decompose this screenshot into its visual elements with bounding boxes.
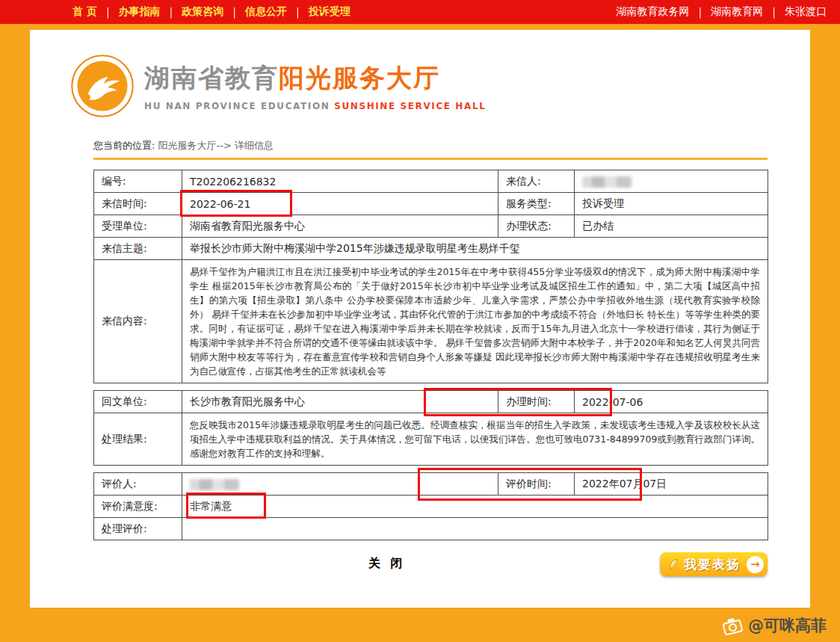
- field-number-label: 编号:: [94, 170, 182, 193]
- table-row: 评价满意度: 非常满意: [94, 496, 768, 518]
- field-reply-unit-value: 长沙市教育阳光服务中心: [182, 391, 498, 413]
- praise-button-label: 我要表扬: [684, 556, 741, 573]
- nav-separator: |: [170, 6, 173, 18]
- dove-logo-icon: [71, 55, 134, 117]
- footer-actions: 关 闭 我要表扬 →: [93, 551, 768, 578]
- breadcrumb-path[interactable]: 阳光服务大厅--> 详细信息: [158, 140, 274, 151]
- reply-table: 回文单位: 长沙市教育阳光服务中心 办理时间: 2022-07-06 处理结果:…: [93, 390, 768, 466]
- field-subject-label: 来信主题:: [94, 238, 182, 260]
- field-status-label: 办理状态:: [498, 215, 575, 238]
- table-row: 受理单位: 湖南省教育阳光服务中心 办理状态: 已办结: [94, 215, 768, 238]
- table-row: 回文单位: 长沙市教育阳光服务中心 办理时间: 2022-07-06: [94, 391, 768, 413]
- field-eval-time-value: 2022年07月07日: [575, 473, 768, 496]
- table-row: 处理评价:: [94, 518, 768, 540]
- field-comment-label: 处理评价:: [94, 518, 182, 540]
- link-zhuzhang-ferry[interactable]: 朱张渡口: [785, 5, 827, 19]
- breadcrumb: 您当前的位置: 阳光服务大厅--> 详细信息: [93, 139, 768, 160]
- top-nav-bar: 首 页 | 办事指南 | 政策咨询 | 信息公开 | 投诉受理 湖南教育政务网 …: [0, 0, 840, 24]
- site-title-gray: 湖南省教育: [144, 63, 279, 93]
- field-sender-value: [575, 170, 768, 193]
- site-subtitle-gray: HU NAN PROVINCE EDUCATION: [144, 101, 330, 111]
- field-letter-time-value: 2022-06-21: [182, 193, 498, 215]
- letter-time-text: 2022-06-21: [190, 198, 250, 210]
- nav-separator: |: [296, 6, 300, 18]
- eval-time-label-text: 评价时间:: [506, 478, 552, 490]
- field-accept-unit-value: 湖南省教育阳光服务中心: [182, 215, 498, 238]
- camera-icon: [721, 615, 745, 637]
- field-subject-value: 举报长沙市师大附中梅溪湖中学2015年涉嫌违规录取明星考生易烊千玺: [182, 238, 768, 260]
- table-row: 评价人: 评价时间: 2022年07月07日: [94, 473, 768, 496]
- field-evaluator-label: 评价人:: [94, 473, 182, 496]
- site-subtitle: HU NAN PROVINCE EDUCATION SUNSHINE SERVI…: [144, 101, 486, 111]
- nav-item-disclosure[interactable]: 信息公开: [245, 5, 287, 19]
- field-eval-time-label: 评价时间:: [498, 473, 575, 496]
- field-content-value: 易烊千玺作为户籍洪江市且在洪江接受初中毕业考试的学生2015年在中考中获得455…: [182, 260, 768, 383]
- nav-separator: |: [699, 6, 702, 18]
- nav-item-home[interactable]: 首 页: [72, 5, 97, 19]
- content-panel: 湖南省教育阳光服务大厅 HU NAN PROVINCE EDUCATION SU…: [30, 30, 810, 608]
- field-comment-value: [182, 518, 768, 540]
- handle-time-label-text: 办理时间:: [506, 395, 552, 407]
- field-handle-time-value: 2022-07-06: [575, 391, 768, 413]
- nav-item-guide[interactable]: 办事指南: [119, 5, 161, 19]
- nav-separator: |: [106, 6, 110, 18]
- watermark: @可咪高菲: [723, 615, 827, 636]
- field-sender-label: 来信人:: [498, 170, 575, 193]
- praise-button[interactable]: 我要表扬 →: [660, 552, 768, 576]
- link-hunan-edu-gov-site[interactable]: 湖南教育政务网: [617, 5, 690, 19]
- field-result-label: 处理结果:: [94, 413, 182, 466]
- evaluation-table: 评价人: 评价时间: 2022年07月07日 评价满意度: 非常满意: [93, 472, 768, 540]
- field-reply-unit-label: 回文单位:: [94, 391, 182, 413]
- field-handle-time-label: 办理时间:: [498, 391, 575, 413]
- nav-separator: |: [232, 6, 236, 18]
- field-result-value: 您反映我市2015年涉嫌违规录取明星考生的问题已收悉。经调查核实，根据当年的招生…: [182, 413, 768, 466]
- feather-icon: [667, 558, 679, 572]
- site-header: 湖南省教育阳光服务大厅 HU NAN PROVINCE EDUCATION SU…: [30, 42, 810, 130]
- field-service-type-label: 服务类型:: [498, 193, 575, 215]
- site-title: 湖南省教育阳光服务大厅: [144, 61, 486, 96]
- table-row: 来信主题: 举报长沙市师大附中梅溪湖中学2015年涉嫌违规录取明星考生易烊千玺: [94, 238, 768, 260]
- table-row: 处理结果: 您反映我市2015年涉嫌违规录取明星考生的问题已收悉。经调查核实，根…: [94, 413, 768, 466]
- field-satisfaction-value: 非常满意: [182, 496, 768, 518]
- field-service-type-value: 投诉受理: [575, 193, 768, 215]
- page-frame: 湖南省教育阳光服务大厅 HU NAN PROVINCE EDUCATION SU…: [0, 24, 840, 608]
- table-row: 来信时间: 2022-06-21 服务类型: 投诉受理: [94, 193, 768, 215]
- nav-item-policy[interactable]: 政策咨询: [182, 5, 223, 19]
- redacted-sender: [582, 176, 631, 188]
- site-titles: 湖南省教育阳光服务大厅 HU NAN PROVINCE EDUCATION SU…: [144, 61, 486, 111]
- letter-info-table: 编号: T202206216832 来信人: 来信时间: 2022-06-21 …: [93, 170, 768, 383]
- table-row: 来信内容: 易烊千玺作为户籍洪江市且在洪江接受初中毕业考试的学生2015年在中考…: [94, 260, 768, 383]
- site-title-accent: 阳光服务大厅: [279, 63, 440, 93]
- field-accept-unit-label: 受理单位:: [94, 215, 182, 238]
- primary-nav: 首 页 | 办事指南 | 政策咨询 | 信息公开 | 投诉受理: [72, 5, 350, 19]
- field-status-value: 已办结: [575, 215, 768, 238]
- table-row: 编号: T202206216832 来信人:: [94, 170, 768, 193]
- nav-separator: |: [772, 6, 776, 18]
- redacted-evaluator: [190, 479, 239, 490]
- satisfaction-text: 非常满意: [190, 500, 232, 512]
- field-letter-time-label: 来信时间:: [94, 193, 182, 215]
- field-satisfaction-label: 评价满意度:: [94, 496, 182, 518]
- link-hunan-edu-site[interactable]: 湖南教育网: [711, 5, 763, 19]
- close-button[interactable]: 关 闭: [368, 556, 406, 572]
- page: 首 页 | 办事指南 | 政策咨询 | 信息公开 | 投诉受理 湖南教育政务网 …: [0, 0, 840, 642]
- field-evaluator-value: [182, 473, 498, 496]
- site-subtitle-red: SUNSHINE SERVICE HALL: [334, 101, 486, 111]
- breadcrumb-prefix: 您当前的位置:: [93, 140, 155, 151]
- watermark-text: @可咪高菲: [748, 615, 827, 636]
- nav-item-complaint[interactable]: 投诉受理: [309, 5, 350, 19]
- field-number-value: T202206216832: [182, 170, 498, 193]
- external-links-nav: 湖南教育政务网 | 湖南教育网 | 朱张渡口: [617, 5, 827, 19]
- field-content-label: 来信内容:: [94, 260, 182, 383]
- main-content: 您当前的位置: 阳光服务大厅--> 详细信息 编号: T202206216832…: [93, 139, 768, 578]
- arrow-right-icon: →: [747, 556, 764, 573]
